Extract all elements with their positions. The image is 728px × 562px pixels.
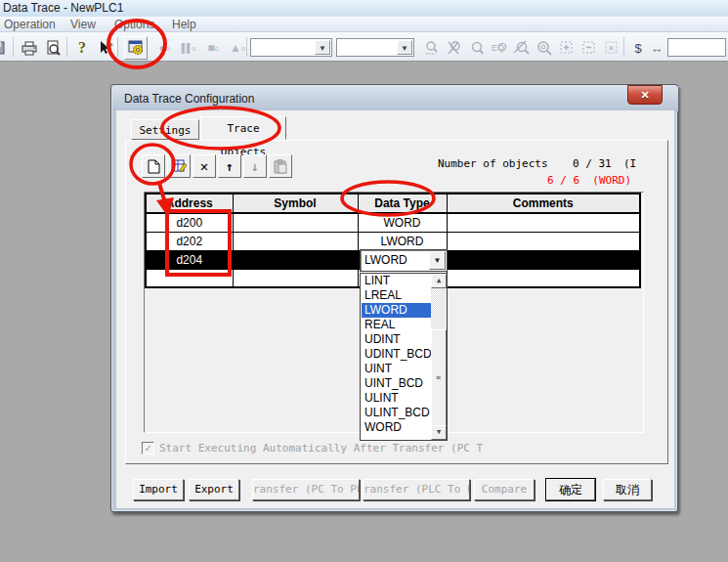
delete-object-button[interactable]: ✕ xyxy=(193,154,216,178)
zoom-out-region-button xyxy=(578,36,601,60)
svg-text:EQ: EQ xyxy=(492,43,504,53)
dropdown-scrollbar[interactable]: ▲ ≡ ▼ xyxy=(431,274,447,440)
dropdown-item[interactable]: ULINT xyxy=(362,391,432,406)
tab-trace-objects[interactable]: Trace Objects xyxy=(200,116,286,140)
tab-trace-objects-label: Trace Objects xyxy=(221,122,266,158)
down-arrow-icon: ↓ xyxy=(251,159,259,174)
cell-comments[interactable] xyxy=(447,269,640,287)
cell-symbol[interactable] xyxy=(233,250,358,269)
cell-symbol[interactable] xyxy=(233,213,358,232)
dropdown-item[interactable]: UDINT_BCD xyxy=(362,347,432,362)
measure-button[interactable]: ↔ xyxy=(645,36,668,60)
execute-button: ●o xyxy=(152,36,176,60)
col-header-comments[interactable]: Comments xyxy=(447,194,640,213)
edit-object-button[interactable] xyxy=(167,154,191,178)
scroll-up-icon: ▲ xyxy=(437,277,441,284)
context-help-button[interactable]: ? xyxy=(94,36,117,60)
close-button[interactable]: ✕ xyxy=(627,85,663,105)
dropdown-item[interactable]: LREAL xyxy=(362,288,432,303)
main-toolbar: ? ? ●o ▌▌o ■o ▲o ▼ ▼ EQ ✕ $ ↔ xyxy=(0,32,728,62)
trace-combo-2[interactable]: ▼ xyxy=(336,38,414,57)
move-up-button[interactable]: ↑ xyxy=(218,154,241,178)
small-circle-icon: o xyxy=(166,45,170,52)
table-header-row: Address Symbol Data Type Comments xyxy=(146,194,640,213)
menu-view[interactable]: View xyxy=(66,17,100,32)
cell-comments[interactable] xyxy=(447,213,640,232)
floppy-icon xyxy=(0,40,6,56)
chevron-down-icon[interactable]: ▼ xyxy=(429,251,446,270)
col-header-datatype[interactable]: Data Type xyxy=(358,194,447,213)
cell-address[interactable]: d202 xyxy=(146,232,233,250)
trace-combo-1[interactable]: ▼ xyxy=(250,38,332,57)
zoom-fit-icon: ✕ xyxy=(604,40,620,56)
combobox-value: LWORD xyxy=(364,253,407,267)
cell-comments[interactable] xyxy=(447,232,640,250)
menu-options[interactable]: Options xyxy=(110,17,158,32)
table-row[interactable]: d202 LWORD xyxy=(146,232,640,250)
chevron-down-icon[interactable]: ▼ xyxy=(315,40,330,55)
svg-text:?: ? xyxy=(107,41,113,51)
zoom-cut-icon xyxy=(447,40,462,56)
table-row[interactable]: d200 WORD xyxy=(146,213,640,232)
stop-button: ■o xyxy=(201,36,225,60)
cell-symbol[interactable] xyxy=(233,232,358,250)
print-preview-button[interactable] xyxy=(41,36,64,60)
stop-icon: ■ xyxy=(207,41,214,55)
cell-symbol[interactable] xyxy=(233,269,358,287)
cell-datatype[interactable]: WORD xyxy=(358,213,447,232)
cell-comments[interactable] xyxy=(447,250,640,269)
chevron-down-icon[interactable]: ▼ xyxy=(397,40,412,55)
compare-button: Compare xyxy=(474,479,535,500)
cell-address[interactable]: d200 xyxy=(146,213,233,232)
dialog-client-area: Settings Trace Objects ✕ ↑ ↓ Number of o… xyxy=(116,110,674,508)
trace-settings-button[interactable] xyxy=(124,36,148,60)
new-document-icon xyxy=(148,159,160,174)
col-header-address[interactable]: Address xyxy=(146,194,233,213)
toolbar-separator xyxy=(623,37,624,57)
dropdown-item[interactable]: UINT_BCD xyxy=(362,376,432,391)
zoom-q-button xyxy=(465,36,489,60)
number-of-objects-value: 0 / 31 xyxy=(573,157,612,170)
printer-icon xyxy=(21,40,38,56)
number-of-objects-label: Number of objects xyxy=(438,157,548,170)
dropdown-item[interactable]: WORD xyxy=(362,420,432,435)
zoom-cut-button xyxy=(443,36,466,60)
dialog-titlebar[interactable]: Data Trace Configuration xyxy=(112,86,678,111)
scrollbar-thumb[interactable]: ≡ xyxy=(431,329,447,427)
ok-button[interactable]: 确定 xyxy=(546,479,595,500)
cell-datatype[interactable]: LWORD xyxy=(358,232,447,250)
dropdown-item[interactable]: LINT xyxy=(362,274,432,288)
cancel-button[interactable]: 取消 xyxy=(603,479,652,500)
dropdown-item[interactable]: UDINT xyxy=(362,332,432,347)
window-title: Data Trace - NewPLC1 xyxy=(3,1,123,15)
save-icon[interactable] xyxy=(0,36,10,60)
toolbar-separator xyxy=(13,37,14,57)
dropdown-item[interactable]: UINT xyxy=(362,362,432,376)
checkbox-label: Start Executing Automatically After Tran… xyxy=(159,442,483,454)
dropdown-item-selected[interactable]: LWORD xyxy=(362,303,432,318)
dropdown-item[interactable]: REAL xyxy=(362,318,432,332)
zoom-search-button xyxy=(533,36,556,60)
scroll-down-button[interactable]: ▼ xyxy=(431,425,447,440)
new-object-button[interactable] xyxy=(142,154,165,178)
menu-operation[interactable]: Operation xyxy=(0,17,60,32)
col-header-symbol[interactable]: Symbol xyxy=(233,194,358,213)
toolbar-grip[interactable] xyxy=(115,37,118,57)
zoom-eq-icon: EQ xyxy=(492,40,507,56)
dialog-title: Data Trace Configuration xyxy=(124,92,254,106)
print-button[interactable] xyxy=(18,36,41,60)
datatype-combobox[interactable]: LWORD ▼ xyxy=(360,249,448,272)
zoom-ruler-button xyxy=(420,36,444,60)
zoom-eq-button: EQ xyxy=(488,36,511,60)
dropdown-item[interactable]: ULINT_BCD xyxy=(362,406,432,420)
export-button[interactable]: Export xyxy=(189,479,239,500)
cell-address[interactable] xyxy=(146,269,233,287)
paste-button xyxy=(269,154,292,178)
trace-combo-3[interactable] xyxy=(667,38,726,57)
menu-help[interactable]: Help xyxy=(168,17,200,32)
tab-settings[interactable]: Settings xyxy=(131,119,199,140)
cell-address[interactable]: d204 xyxy=(146,250,233,269)
scroll-up-button[interactable]: ▲ xyxy=(431,274,447,288)
help-button[interactable]: ? xyxy=(70,36,94,60)
import-button[interactable]: Import xyxy=(133,479,184,500)
